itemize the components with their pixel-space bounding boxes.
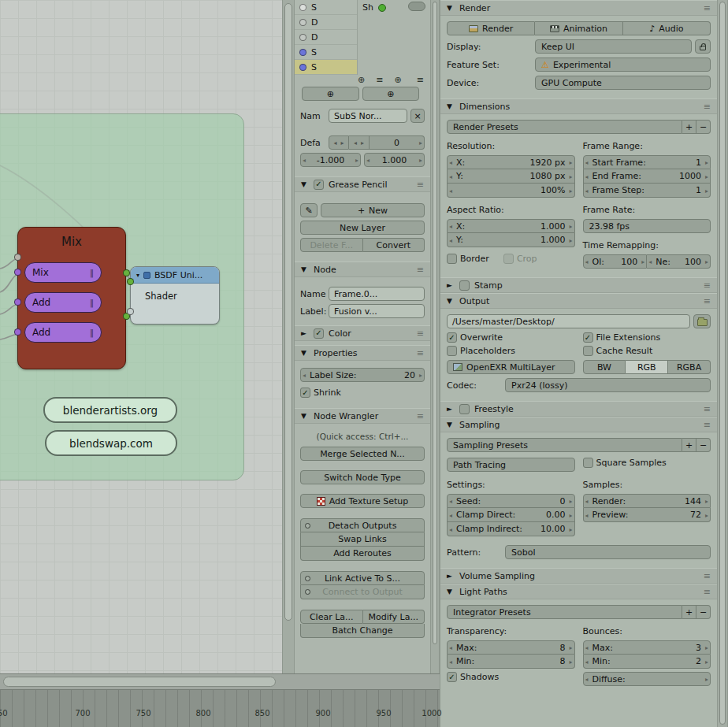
- mix-node[interactable]: Mix Mix ‖ Add ‖ Add ‖: [17, 227, 126, 369]
- panel-header-node-wrangler[interactable]: ▼ Node Wrangler ≡: [295, 408, 430, 424]
- panel-header-render[interactable]: ▼ Render ≡: [440, 0, 717, 16]
- timeline-region[interactable]: 50 700 750 800 850 900 950 1000: [0, 673, 440, 727]
- panel-header-sampling[interactable]: ▼ Sampling ≡: [440, 417, 717, 432]
- add-output-button[interactable]: ⊕: [362, 87, 420, 101]
- disclosure-triangle-icon[interactable]: ►: [301, 329, 309, 337]
- batch-change-button[interactable]: Batch Change: [300, 624, 425, 638]
- panel-grip-icon[interactable]: ≡: [417, 180, 424, 190]
- input-socket-icon[interactable]: [127, 278, 134, 285]
- new-layer-button[interactable]: New Layer: [300, 221, 425, 235]
- file-format-dropdown[interactable]: OpenEXR MultiLayer: [447, 360, 575, 374]
- grease-pencil-checkbox[interactable]: ✓: [314, 180, 324, 190]
- time-remap-new-stepper[interactable]: Ne: 100: [647, 254, 711, 269]
- scrollbar-thumb[interactable]: [284, 3, 292, 621]
- transparency-max-stepper[interactable]: Max: 8: [447, 640, 575, 655]
- add-preset-button[interactable]: +: [682, 605, 696, 619]
- input-socket-icon[interactable]: [14, 269, 21, 276]
- time-remap-old-stepper[interactable]: Ol: 100: [583, 254, 648, 269]
- cache-result-checkbox[interactable]: [583, 346, 593, 356]
- sampling-presets-dropdown[interactable]: Sampling Presets: [447, 438, 682, 452]
- add-socket-icon[interactable]: ⊕: [358, 75, 365, 85]
- display-dropdown[interactable]: Keep UI: [535, 39, 692, 54]
- list-item[interactable]: D: [295, 30, 357, 45]
- color-mode-rgba-button[interactable]: RGBA: [668, 360, 711, 374]
- node-editor-canvas[interactable]: Mix Mix ‖ Add ‖ Add ‖ ▾ BSDF Uni... Shad…: [0, 0, 282, 673]
- mini-slider[interactable]: [408, 2, 425, 11]
- scrollbar-thumb[interactable]: [433, 2, 437, 644]
- add-preset-button[interactable]: +: [682, 120, 696, 134]
- add-preset-button[interactable]: +: [682, 438, 696, 452]
- disclosure-triangle-icon[interactable]: ►: [447, 572, 455, 580]
- aspect-x-stepper[interactable]: X: 1.000: [447, 219, 575, 233]
- disclosure-triangle-icon[interactable]: ▼: [301, 265, 309, 273]
- disclosure-triangle-icon[interactable]: ▼: [301, 412, 309, 420]
- stamp-checkbox[interactable]: [459, 280, 470, 291]
- bsdf-node-header[interactable]: ▾ BSDF Uni...: [131, 267, 219, 284]
- border-checkbox[interactable]: [447, 254, 457, 264]
- start-frame-stepper[interactable]: Start Frame: 1: [583, 155, 711, 169]
- render-samples-stepper[interactable]: Render: 144: [583, 494, 711, 508]
- panel-grip-icon[interactable]: ≡: [417, 265, 424, 275]
- aspect-y-stepper[interactable]: Y: 1.000: [447, 233, 575, 247]
- output-socket-icon[interactable]: [123, 269, 130, 276]
- preview-samples-stepper[interactable]: Preview: 72: [583, 508, 711, 522]
- remove-preset-button[interactable]: −: [696, 120, 711, 134]
- remove-preset-button[interactable]: −: [696, 438, 711, 452]
- output-path-input[interactable]: /Users/master/Desktop/: [447, 314, 690, 328]
- properties-scrollbar[interactable]: [717, 0, 728, 727]
- panel-grip-icon[interactable]: ≡: [417, 411, 424, 421]
- draw-button[interactable]: ✎: [300, 203, 318, 217]
- render-presets-dropdown[interactable]: Render Presets: [447, 120, 682, 134]
- shadows-checkbox[interactable]: ✓: [447, 672, 457, 682]
- panel-header-stamp[interactable]: ► Stamp ≡: [440, 277, 717, 293]
- input-socket-icon[interactable]: [127, 308, 134, 315]
- color-mode-bw-button[interactable]: BW: [583, 360, 626, 374]
- node-name-input[interactable]: Frame.0...: [329, 287, 425, 301]
- resolution-y-stepper[interactable]: Y: 1080 px: [447, 169, 575, 184]
- disclosure-triangle-icon[interactable]: ▼: [447, 4, 455, 12]
- audio-button[interactable]: ♪ Audio: [623, 21, 711, 35]
- placeholders-checkbox[interactable]: [447, 346, 457, 356]
- end-frame-stepper[interactable]: End Frame: 1000: [583, 169, 711, 184]
- convert-button[interactable]: Convert: [363, 238, 425, 252]
- bsdf-node[interactable]: ▾ BSDF Uni... Shader: [130, 266, 220, 325]
- timeline-ruler[interactable]: 50 700 750 800 850 900 950 1000: [0, 689, 440, 727]
- diffuse-stepper[interactable]: Diffuse:: [583, 672, 711, 686]
- vector-stepper[interactable]: ◂▸: [329, 135, 349, 150]
- resolution-percent-stepper[interactable]: 100%: [447, 184, 575, 198]
- bounces-max-stepper[interactable]: Max: 3: [583, 640, 711, 655]
- panel-grip-icon[interactable]: ≡: [417, 328, 424, 339]
- default-value-stepper[interactable]: 0: [370, 135, 425, 150]
- disclosure-triangle-icon[interactable]: ▼: [447, 588, 455, 595]
- min-value-stepper[interactable]: -1.000: [300, 153, 361, 167]
- panel-header-grease-pencil[interactable]: ▼ ✓ Grease Pencil ≡: [295, 176, 430, 192]
- panel-grip-icon[interactable]: ≡: [704, 587, 711, 597]
- panel-grip-icon[interactable]: ≡: [704, 420, 711, 430]
- render-button[interactable]: Render: [447, 21, 535, 35]
- add-reroutes-button[interactable]: Add Reroutes: [300, 547, 425, 561]
- add-input-button[interactable]: ⊕: [302, 87, 359, 101]
- bounces-min-stepper[interactable]: Min: 2: [583, 655, 711, 669]
- vector-stepper[interactable]: ◂▸: [349, 135, 370, 150]
- disclosure-triangle-icon[interactable]: ▼: [301, 180, 309, 188]
- clamp-indirect-stepper[interactable]: Clamp Indirect: 10.00: [447, 522, 575, 536]
- clear-label-button[interactable]: Clear La...: [300, 610, 363, 624]
- list-item[interactable]: D: [295, 15, 357, 30]
- feature-set-dropdown[interactable]: ⚠ Experimental: [535, 57, 711, 72]
- link-label-blenderartists[interactable]: blenderartists.org: [43, 397, 177, 423]
- max-value-stepper[interactable]: 1.000: [364, 153, 425, 167]
- connect-to-output-button[interactable]: Connect to Output: [300, 585, 425, 599]
- panel-grip-icon[interactable]: ≡: [704, 280, 711, 291]
- panel-header-dimensions[interactable]: ▼ Dimensions ≡: [440, 98, 717, 114]
- resolution-x-stepper[interactable]: X: 1920 px: [447, 155, 575, 169]
- panel-grip-icon[interactable]: ≡: [704, 296, 711, 306]
- panel-grip-icon[interactable]: ≡: [704, 571, 711, 581]
- disclosure-triangle-icon[interactable]: ▼: [301, 349, 309, 357]
- increment-arrow-icon[interactable]: ▸: [361, 139, 364, 147]
- decrement-arrow-icon[interactable]: ◂: [354, 139, 357, 147]
- horizontal-scrollbar-thumb[interactable]: [3, 677, 276, 687]
- link-active-button[interactable]: Link Active To S...: [300, 571, 425, 585]
- add-texture-setup-button[interactable]: Add Texture Setup: [300, 494, 425, 508]
- shrink-checkbox[interactable]: ✓: [300, 388, 310, 398]
- integrator-dropdown[interactable]: Path Tracing: [447, 458, 575, 472]
